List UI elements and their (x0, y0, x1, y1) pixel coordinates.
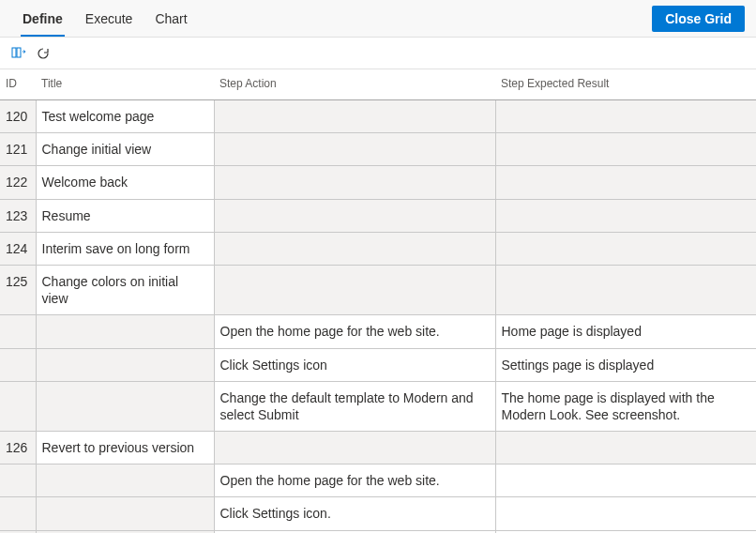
cell-step-expected[interactable] (495, 100, 756, 133)
toolbar (0, 38, 756, 69)
col-header-step-expected[interactable]: Step Expected Result (495, 69, 756, 100)
cell-title[interactable]: Test welcome page (36, 100, 214, 133)
cell-step-action[interactable] (214, 199, 495, 232)
cell-step-expected[interactable]: The home page is displayed with the Mode… (495, 381, 756, 431)
cell-step-action[interactable] (214, 265, 495, 314)
svg-rect-1 (17, 48, 21, 57)
col-header-id[interactable]: ID (0, 69, 36, 100)
cell-title[interactable]: Welcome back (36, 166, 214, 199)
cell-id[interactable]: 120 (0, 100, 36, 133)
table-row[interactable]: Click Settings iconSettings page is disp… (0, 348, 756, 381)
cell-step-expected[interactable] (495, 166, 756, 199)
cell-step-action[interactable] (214, 232, 495, 265)
table-row[interactable]: 121Change initial view (0, 133, 756, 166)
cell-title[interactable] (36, 381, 214, 431)
cell-step-expected[interactable]: Home page is displayed (495, 315, 756, 348)
tab-define[interactable]: Define (11, 0, 74, 37)
close-grid-button[interactable]: Close Grid (652, 6, 745, 32)
cell-id[interactable] (0, 464, 36, 497)
cell-title[interactable] (36, 315, 214, 348)
cell-title[interactable] (36, 497, 214, 530)
test-grid: ID Title Step Action Step Expected Resul… (0, 69, 756, 533)
header-bar: Define Execute Chart Close Grid (0, 0, 756, 38)
cell-id[interactable] (0, 348, 36, 381)
cell-id[interactable] (0, 497, 36, 530)
cell-title[interactable]: Interim save on long form (36, 232, 214, 265)
grid-header-row: ID Title Step Action Step Expected Resul… (0, 69, 756, 100)
cell-step-action[interactable] (214, 166, 495, 199)
cell-title[interactable] (36, 348, 214, 381)
col-header-title[interactable]: Title (36, 69, 214, 100)
refresh-icon[interactable] (36, 46, 51, 61)
cell-step-expected[interactable] (495, 232, 756, 265)
tabs-container: Define Execute Chart (11, 0, 199, 37)
cell-title[interactable]: Change colors on initial view (36, 265, 214, 314)
col-header-step-action[interactable]: Step Action (214, 69, 495, 100)
cell-step-expected[interactable] (495, 464, 756, 497)
cell-title[interactable]: Revert to previous version (36, 432, 214, 464)
cell-step-expected[interactable] (495, 133, 756, 166)
cell-step-action[interactable] (214, 432, 495, 464)
cell-step-expected[interactable] (495, 199, 756, 232)
cell-step-action[interactable]: Click Settings icon (214, 348, 495, 381)
table-row[interactable]: 122Welcome back (0, 166, 756, 199)
cell-id[interactable]: 126 (0, 432, 36, 464)
table-row[interactable]: Open the home page for the web site. (0, 464, 756, 497)
cell-step-expected[interactable] (495, 265, 756, 314)
table-row[interactable]: 120Test welcome page (0, 100, 756, 133)
svg-rect-0 (12, 48, 16, 57)
table-row[interactable]: 126Revert to previous version (0, 432, 756, 464)
cell-id[interactable]: 121 (0, 133, 36, 166)
cell-title[interactable]: Change initial view (36, 133, 214, 166)
cell-step-expected[interactable] (495, 497, 756, 530)
cell-title[interactable]: Resume (36, 199, 214, 232)
table-row[interactable]: Open the home page for the web site.Home… (0, 315, 756, 348)
cell-step-expected[interactable]: Settings page is displayed (495, 348, 756, 381)
cell-step-action[interactable] (214, 100, 495, 133)
cell-id[interactable]: 122 (0, 166, 36, 199)
table-row[interactable]: Click Settings icon. (0, 497, 756, 530)
table-row[interactable]: 123Resume (0, 199, 756, 232)
table-row[interactable]: 125Change colors on initial view (0, 265, 756, 314)
tab-chart[interactable]: Chart (144, 0, 198, 37)
table-row[interactable]: Change the default template to Modern an… (0, 381, 756, 431)
cell-step-action[interactable]: Open the home page for the web site. (214, 315, 495, 348)
table-row[interactable]: 124Interim save on long form (0, 232, 756, 265)
cell-id[interactable]: 123 (0, 199, 36, 232)
cell-step-action[interactable] (214, 133, 495, 166)
cell-id[interactable] (0, 315, 36, 348)
cell-step-action[interactable]: Open the home page for the web site. (214, 464, 495, 497)
tab-execute[interactable]: Execute (74, 0, 144, 37)
cell-step-action[interactable]: Change the default template to Modern an… (214, 381, 495, 431)
cell-id[interactable] (0, 381, 36, 431)
cell-title[interactable] (36, 464, 214, 497)
cell-step-expected[interactable] (495, 432, 756, 464)
columns-icon[interactable] (11, 46, 26, 61)
cell-id[interactable]: 124 (0, 232, 36, 265)
cell-step-action[interactable]: Click Settings icon. (214, 497, 495, 530)
cell-id[interactable]: 125 (0, 265, 36, 314)
